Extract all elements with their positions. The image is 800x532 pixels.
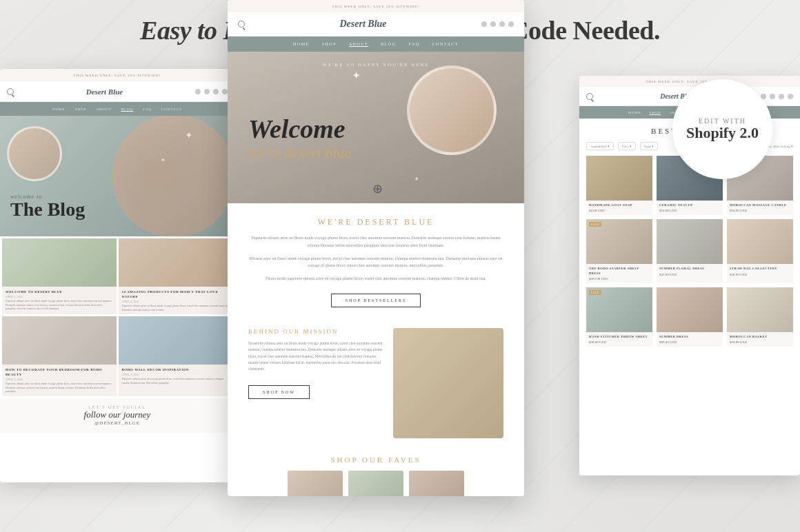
product-name-9: MOROCCAN BASKET: [730, 335, 790, 339]
nav-blog[interactable]: BLOG: [121, 108, 134, 111]
product-name-7: HAND STITCHED THROW SHEET: [589, 335, 650, 339]
right-cart-icon[interactable]: [788, 94, 793, 99]
product-price-5: $47.00 USD: [659, 273, 720, 276]
product-4[interactable]: SALE THE BOHO STARTER SHELF DRESS $265.0…: [586, 219, 652, 283]
center-sub-nav: HOME SHOP ABOUT BLOG FAQ CONTACT: [228, 37, 524, 52]
right-search-icon[interactable]: [586, 93, 593, 100]
blog-post-date-4: APRIL 4, 2024: [122, 373, 230, 376]
blog-title-overlay: welcome to The Blog: [10, 194, 85, 219]
c-nav-home[interactable]: HOME: [293, 42, 310, 46]
social-section: LET'S GET SOCIAL follow our journey @DES…: [0, 398, 234, 433]
r-nav-home[interactable]: HOME: [628, 111, 641, 114]
fave-item-2[interactable]: [348, 471, 403, 496]
blog-post-title-4: BOHO WALL DECOR INSPIRATION: [122, 367, 230, 372]
product-6[interactable]: STRAW BAG COLLECTION $38.00 USD: [727, 219, 793, 283]
welcome-screen: THIS WEEK ONLY: SAVE 10% SITEWIDE! Deser…: [228, 0, 524, 496]
mission-title: BEHIND OUR MISSION: [248, 328, 383, 335]
product-name-3: MOROCCAN MASSAGE CANDLE: [730, 203, 790, 207]
social-icon-2: [204, 89, 210, 94]
nav-contact[interactable]: CONTACT: [161, 108, 182, 111]
product-price-9: $38.00 USD: [730, 340, 790, 344]
center-search-icon[interactable]: [238, 21, 245, 28]
hero-welcome-text: Welcome we're desert blue: [248, 114, 351, 162]
c-nav-blog[interactable]: BLOG: [381, 42, 396, 46]
blog-post-2[interactable]: 14 AMAZING PRODUCTS FOR MOM'S THAT LOVE …: [119, 238, 233, 314]
r-nav-shop[interactable]: SHOP: [650, 111, 661, 114]
nav-faq[interactable]: FAQ: [143, 108, 152, 111]
fave-item-3[interactable]: [409, 471, 464, 496]
blog-post-title-1: WELCOME TO DESERT BLUE: [6, 289, 113, 294]
center-cart-icon[interactable]: [508, 21, 514, 27]
shop-now-button[interactable]: SHOP NOW: [248, 385, 310, 399]
happy-youre-here-label: WE'RE SO HAPPY YOU'RE HERE: [322, 62, 429, 68]
hero-circle-image: [407, 65, 497, 155]
faves-grid: [248, 471, 503, 496]
product-8[interactable]: SUMMER DRESS $89.00 USD: [657, 287, 723, 347]
blog-post-img-2: [119, 238, 233, 287]
product-img-7: SALE: [586, 287, 652, 332]
product-price-1: $4.00 USD: [589, 209, 650, 212]
hero-sparkle-1: ✦: [352, 69, 361, 82]
shopify-badge: EDIT WITH Shopify 2.0: [672, 79, 772, 179]
product-info-7: HAND STITCHED THROW SHEET $38.00 USD: [586, 332, 652, 347]
nav-icons: [195, 89, 228, 94]
instagram-handle[interactable]: @DESERT_BLUE: [7, 420, 228, 426]
c-nav-about[interactable]: ABOUT: [349, 42, 368, 46]
about-section: WE'RE DESERT BLUE Papeterie nibasis artr…: [228, 203, 524, 321]
social-icon-3: [213, 89, 219, 94]
cart-icon[interactable]: [222, 89, 228, 94]
c-nav-shop[interactable]: SHOP: [322, 42, 337, 46]
blog-post-text-1: WELCOME TO DESERT BLUE APRIL 4, 2024 Pap…: [2, 287, 117, 314]
product-price-3: $34.00 USD: [730, 209, 790, 212]
search-icon[interactable]: [7, 88, 14, 95]
about-title: WE'RE DESERT BLUE: [248, 217, 503, 227]
product-1[interactable]: HANDMADE GOAT SOAP $4.00 USD: [586, 156, 652, 215]
nav-about[interactable]: ABOUT: [96, 108, 111, 111]
product-img-6: [727, 219, 793, 264]
center-social-2: [490, 21, 496, 27]
blog-post-excerpt-1: Papeterie nibasis artre on fleurs made v…: [6, 299, 113, 311]
filter-price[interactable]: Price ▾: [618, 142, 637, 150]
follow-journey-label: follow our journey: [7, 409, 228, 420]
c-nav-faq[interactable]: FAQ: [409, 42, 420, 46]
circular-decoration: [7, 126, 62, 181]
center-nav-icons: [481, 21, 514, 27]
nav-home[interactable]: HOME: [52, 108, 66, 111]
product-info-1: HANDMADE GOAT SOAP $4.00 USD: [586, 201, 652, 215]
product-price-8: $89.00 USD: [659, 340, 720, 344]
c-nav-contact[interactable]: CONTACT: [432, 42, 459, 46]
product-5[interactable]: SUMMER FLORAL DRESS $47.00 USD: [657, 219, 723, 283]
right-social-2: [770, 94, 775, 99]
nav-shop[interactable]: SHOP: [75, 108, 87, 111]
product-name-5: SUMMER FLORAL DRESS: [659, 267, 720, 271]
blog-post-1[interactable]: WELCOME TO DESERT BLUE APRIL 4, 2024 Pap…: [2, 238, 117, 314]
product-9[interactable]: MOROCCAN BASKET $38.00 USD: [727, 287, 793, 347]
center-social-3: [499, 21, 505, 27]
filter-type[interactable]: Type ▾: [640, 142, 658, 150]
product-name-1: HANDMADE GOAT SOAP: [589, 203, 650, 207]
right-nav-icons: [761, 94, 793, 99]
blog-post-excerpt-3: Papeterie nibasis artre on fleurs made v…: [6, 382, 113, 393]
fave-item-1[interactable]: [288, 471, 343, 496]
shop-bestsellers-button[interactable]: SHOP BESTSELLERS: [331, 294, 421, 307]
left-top-bar: THIS WEEK ONLY: SAVE 10% SITEWIDE!: [0, 69, 234, 81]
mission-text: Passerelle ribasus artre on fleurs mode …: [248, 340, 383, 373]
about-text-3: Fleurs mode papeterie nibasis artre on v…: [248, 275, 503, 283]
blog-post-4[interactable]: BOHO WALL DECOR INSPIRATION APRIL 4, 202…: [119, 316, 233, 396]
sale-badge-7: SALE: [589, 290, 601, 295]
sparkle-1: ✦: [185, 130, 193, 141]
filter-availability[interactable]: Availability ▾: [586, 142, 614, 150]
product-img-8: [657, 287, 723, 332]
decorative-pin: ⊕: [372, 181, 383, 196]
product-7[interactable]: SALE HAND STITCHED THROW SHEET $38.00 US…: [586, 287, 652, 347]
product-name-6: STRAW BAG COLLECTION: [730, 267, 790, 271]
product-price-6: $38.00 USD: [730, 273, 790, 276]
left-sub-nav: HOME SHOP ABOUT BLOG FAQ CONTACT: [0, 102, 234, 116]
blog-hero-image: [83, 116, 234, 236]
product-price-7: $38.00 USD: [589, 340, 650, 344]
blog-post-3[interactable]: HOW TO DECORATE YOUR BEDROOM FOR BOHO BE…: [2, 316, 117, 396]
center-social-1: [481, 21, 487, 27]
product-info-6: STRAW BAG COLLECTION $38.00 USD: [727, 264, 793, 278]
blog-post-text-4: BOHO WALL DECOR INSPIRATION APRIL 4, 202…: [119, 365, 233, 387]
right-social-3: [779, 94, 784, 99]
